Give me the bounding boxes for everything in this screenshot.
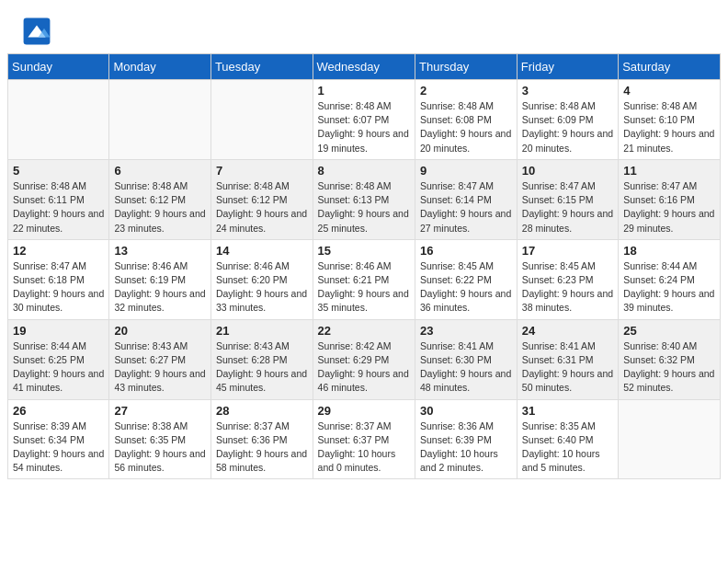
calendar-day-cell: 4Sunrise: 8:48 AM Sunset: 6:10 PM Daylig… bbox=[619, 80, 721, 160]
day-number: 9 bbox=[420, 164, 512, 178]
calendar-day-cell: 25Sunrise: 8:40 AM Sunset: 6:32 PM Dayli… bbox=[619, 319, 721, 399]
calendar-day-cell: 18Sunrise: 8:44 AM Sunset: 6:24 PM Dayli… bbox=[619, 239, 721, 319]
day-info: Sunrise: 8:36 AM Sunset: 6:39 PM Dayligh… bbox=[420, 419, 512, 476]
day-info: Sunrise: 8:46 AM Sunset: 6:19 PM Dayligh… bbox=[114, 259, 206, 316]
day-number: 8 bbox=[318, 164, 410, 178]
calendar-day-cell: 19Sunrise: 8:44 AM Sunset: 6:25 PM Dayli… bbox=[8, 319, 109, 399]
day-info: Sunrise: 8:35 AM Sunset: 6:40 PM Dayligh… bbox=[522, 419, 613, 476]
day-number: 31 bbox=[522, 404, 613, 418]
page-header bbox=[0, 0, 728, 53]
calendar-day-cell: 12Sunrise: 8:47 AM Sunset: 6:18 PM Dayli… bbox=[8, 239, 109, 319]
day-info: Sunrise: 8:48 AM Sunset: 6:07 PM Dayligh… bbox=[318, 99, 410, 155]
day-number: 11 bbox=[623, 164, 715, 178]
calendar-day-cell: 16Sunrise: 8:45 AM Sunset: 6:22 PM Dayli… bbox=[415, 239, 518, 319]
calendar-day-cell: 3Sunrise: 8:48 AM Sunset: 6:09 PM Daylig… bbox=[517, 80, 618, 160]
calendar-day-cell: 17Sunrise: 8:45 AM Sunset: 6:23 PM Dayli… bbox=[517, 239, 618, 319]
day-info: Sunrise: 8:41 AM Sunset: 6:31 PM Dayligh… bbox=[522, 339, 613, 396]
calendar-week-row: 19Sunrise: 8:44 AM Sunset: 6:25 PM Dayli… bbox=[8, 319, 721, 399]
calendar-day-cell: 29Sunrise: 8:37 AM Sunset: 6:37 PM Dayli… bbox=[313, 399, 415, 479]
day-info: Sunrise: 8:48 AM Sunset: 6:09 PM Dayligh… bbox=[522, 99, 613, 155]
day-number: 21 bbox=[216, 324, 308, 338]
weekday-row: SundayMondayTuesdayWednesdayThursdayFrid… bbox=[8, 54, 721, 80]
weekday-header: Monday bbox=[109, 54, 211, 80]
day-info: Sunrise: 8:41 AM Sunset: 6:30 PM Dayligh… bbox=[420, 339, 512, 396]
day-info: Sunrise: 8:40 AM Sunset: 6:32 PM Dayligh… bbox=[623, 339, 715, 396]
day-number: 5 bbox=[13, 164, 104, 178]
day-number: 24 bbox=[522, 324, 613, 338]
day-number: 23 bbox=[420, 324, 512, 338]
day-info: Sunrise: 8:47 AM Sunset: 6:16 PM Dayligh… bbox=[623, 179, 715, 236]
day-info: Sunrise: 8:48 AM Sunset: 6:08 PM Dayligh… bbox=[420, 99, 512, 155]
day-number: 3 bbox=[522, 84, 613, 98]
day-info: Sunrise: 8:47 AM Sunset: 6:15 PM Dayligh… bbox=[522, 179, 613, 236]
day-info: Sunrise: 8:44 AM Sunset: 6:24 PM Dayligh… bbox=[623, 259, 715, 316]
calendar-day-cell: 23Sunrise: 8:41 AM Sunset: 6:30 PM Dayli… bbox=[415, 319, 518, 399]
weekday-header: Sunday bbox=[8, 54, 109, 80]
day-number: 12 bbox=[13, 244, 104, 258]
day-info: Sunrise: 8:48 AM Sunset: 6:12 PM Dayligh… bbox=[114, 179, 206, 236]
day-info: Sunrise: 8:44 AM Sunset: 6:25 PM Dayligh… bbox=[13, 339, 104, 396]
day-info: Sunrise: 8:42 AM Sunset: 6:29 PM Dayligh… bbox=[318, 339, 410, 396]
calendar-day-cell bbox=[8, 80, 109, 160]
day-info: Sunrise: 8:43 AM Sunset: 6:28 PM Dayligh… bbox=[216, 339, 308, 396]
calendar-container: SundayMondayTuesdayWednesdayThursdayFrid… bbox=[0, 53, 728, 487]
calendar-day-cell: 2Sunrise: 8:48 AM Sunset: 6:08 PM Daylig… bbox=[415, 80, 518, 160]
day-number: 25 bbox=[623, 324, 715, 338]
calendar-day-cell: 14Sunrise: 8:46 AM Sunset: 6:20 PM Dayli… bbox=[210, 239, 313, 319]
weekday-header: Saturday bbox=[619, 54, 721, 80]
day-number: 18 bbox=[623, 244, 715, 258]
calendar-day-cell: 15Sunrise: 8:46 AM Sunset: 6:21 PM Dayli… bbox=[313, 239, 415, 319]
calendar-header: SundayMondayTuesdayWednesdayThursdayFrid… bbox=[8, 54, 721, 80]
day-number: 13 bbox=[114, 244, 206, 258]
day-number: 6 bbox=[114, 164, 206, 178]
calendar-week-row: 1Sunrise: 8:48 AM Sunset: 6:07 PM Daylig… bbox=[8, 80, 721, 160]
logo-icon bbox=[22, 17, 51, 46]
day-number: 28 bbox=[216, 404, 308, 418]
day-info: Sunrise: 8:47 AM Sunset: 6:18 PM Dayligh… bbox=[13, 259, 104, 316]
day-number: 30 bbox=[420, 404, 512, 418]
calendar-day-cell: 31Sunrise: 8:35 AM Sunset: 6:40 PM Dayli… bbox=[517, 399, 618, 479]
calendar-day-cell: 5Sunrise: 8:48 AM Sunset: 6:11 PM Daylig… bbox=[8, 159, 109, 239]
day-number: 4 bbox=[623, 84, 715, 98]
calendar-day-cell: 28Sunrise: 8:37 AM Sunset: 6:36 PM Dayli… bbox=[210, 399, 313, 479]
calendar-day-cell bbox=[619, 399, 721, 479]
calendar-day-cell: 9Sunrise: 8:47 AM Sunset: 6:14 PM Daylig… bbox=[415, 159, 518, 239]
calendar-day-cell: 26Sunrise: 8:39 AM Sunset: 6:34 PM Dayli… bbox=[8, 399, 109, 479]
weekday-header: Tuesday bbox=[210, 54, 313, 80]
day-number: 29 bbox=[318, 404, 410, 418]
calendar-day-cell: 22Sunrise: 8:42 AM Sunset: 6:29 PM Dayli… bbox=[313, 319, 415, 399]
weekday-header: Wednesday bbox=[313, 54, 415, 80]
calendar-day-cell: 13Sunrise: 8:46 AM Sunset: 6:19 PM Dayli… bbox=[109, 239, 211, 319]
day-info: Sunrise: 8:46 AM Sunset: 6:21 PM Dayligh… bbox=[318, 259, 410, 316]
day-info: Sunrise: 8:48 AM Sunset: 6:13 PM Dayligh… bbox=[318, 179, 410, 236]
day-info: Sunrise: 8:37 AM Sunset: 6:37 PM Dayligh… bbox=[318, 419, 410, 476]
day-number: 26 bbox=[13, 404, 104, 418]
day-info: Sunrise: 8:43 AM Sunset: 6:27 PM Dayligh… bbox=[114, 339, 206, 396]
day-number: 27 bbox=[114, 404, 206, 418]
logo bbox=[22, 17, 55, 46]
calendar-day-cell: 8Sunrise: 8:48 AM Sunset: 6:13 PM Daylig… bbox=[313, 159, 415, 239]
day-number: 20 bbox=[114, 324, 206, 338]
day-number: 16 bbox=[420, 244, 512, 258]
day-info: Sunrise: 8:47 AM Sunset: 6:14 PM Dayligh… bbox=[420, 179, 512, 236]
calendar-week-row: 26Sunrise: 8:39 AM Sunset: 6:34 PM Dayli… bbox=[8, 399, 721, 479]
day-number: 15 bbox=[318, 244, 410, 258]
calendar-day-cell: 20Sunrise: 8:43 AM Sunset: 6:27 PM Dayli… bbox=[109, 319, 211, 399]
day-number: 2 bbox=[420, 84, 512, 98]
calendar-day-cell: 10Sunrise: 8:47 AM Sunset: 6:15 PM Dayli… bbox=[517, 159, 618, 239]
day-info: Sunrise: 8:48 AM Sunset: 6:12 PM Dayligh… bbox=[216, 179, 308, 236]
day-number: 7 bbox=[216, 164, 308, 178]
day-number: 22 bbox=[318, 324, 410, 338]
day-number: 14 bbox=[216, 244, 308, 258]
day-info: Sunrise: 8:48 AM Sunset: 6:11 PM Dayligh… bbox=[13, 179, 104, 236]
calendar-day-cell bbox=[210, 80, 313, 160]
calendar-day-cell: 1Sunrise: 8:48 AM Sunset: 6:07 PM Daylig… bbox=[313, 80, 415, 160]
calendar-day-cell bbox=[109, 80, 211, 160]
calendar-day-cell: 7Sunrise: 8:48 AM Sunset: 6:12 PM Daylig… bbox=[210, 159, 313, 239]
calendar-day-cell: 21Sunrise: 8:43 AM Sunset: 6:28 PM Dayli… bbox=[210, 319, 313, 399]
day-info: Sunrise: 8:39 AM Sunset: 6:34 PM Dayligh… bbox=[13, 419, 104, 476]
calendar-week-row: 5Sunrise: 8:48 AM Sunset: 6:11 PM Daylig… bbox=[8, 159, 721, 239]
calendar-body: 1Sunrise: 8:48 AM Sunset: 6:07 PM Daylig… bbox=[8, 80, 721, 479]
calendar-day-cell: 30Sunrise: 8:36 AM Sunset: 6:39 PM Dayli… bbox=[415, 399, 518, 479]
calendar-day-cell: 6Sunrise: 8:48 AM Sunset: 6:12 PM Daylig… bbox=[109, 159, 211, 239]
